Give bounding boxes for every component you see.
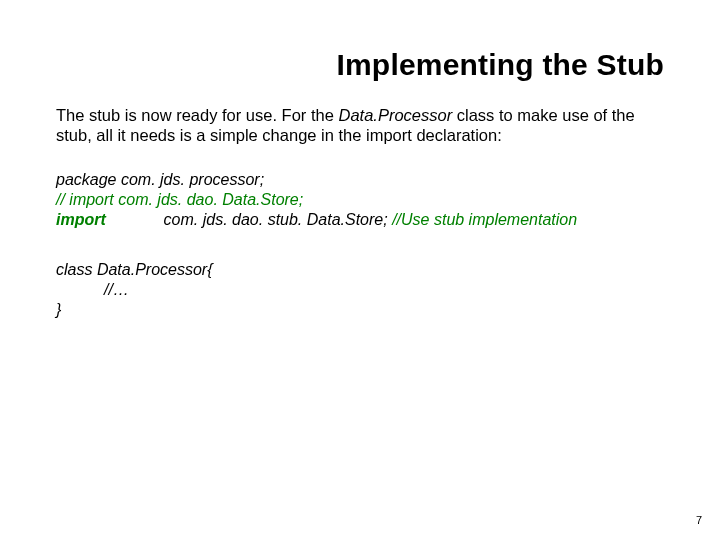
code-import-keyword: import	[56, 211, 106, 228]
code-import-comment: //Use stub implementation	[392, 211, 577, 228]
intro-part1: The stub is now ready for use. For the	[56, 106, 338, 124]
intro-classname: Data.Processor	[338, 106, 452, 124]
slide: Implementing the Stub The stub is now re…	[0, 0, 720, 540]
class-line-3: }	[56, 300, 664, 320]
intro-paragraph: The stub is now ready for use. For the D…	[56, 106, 664, 146]
class-line-2: //…	[56, 280, 664, 300]
page-number: 7	[696, 514, 702, 526]
import-code-block: package com. jds. processor; // import c…	[56, 170, 664, 230]
class-code-block: class Data.Processor{ //… }	[56, 260, 664, 320]
slide-title: Implementing the Stub	[56, 48, 664, 82]
code-commented-import: // import com. jds. dao. Data.Store;	[56, 190, 664, 210]
code-import-path: com. jds. dao. stub. Data.Store;	[164, 211, 393, 228]
code-import-line: import com. jds. dao. stub. Data.Store; …	[56, 210, 664, 230]
class-line-1: class Data.Processor{	[56, 260, 664, 280]
code-import-gap	[106, 210, 164, 230]
code-package: package com. jds. processor;	[56, 170, 664, 190]
